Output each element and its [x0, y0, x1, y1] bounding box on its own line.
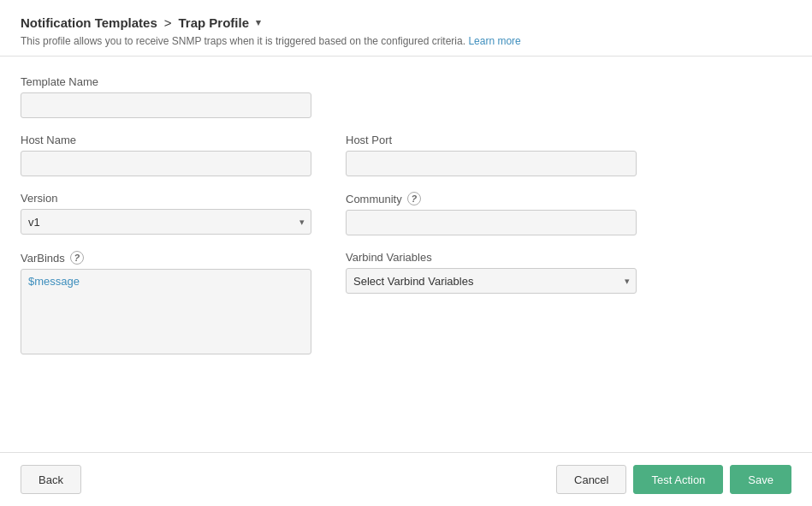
form-content: Template Name Host Name Host Port Versi — [0, 57, 812, 452]
breadcrumb-current: Trap Profile — [179, 15, 250, 30]
cancel-button[interactable]: Cancel — [556, 465, 626, 494]
varbinds-group: VarBinds ? $message — [21, 251, 311, 354]
varbind-variables-label: Varbind Variables — [346, 251, 637, 264]
varbind-variables-group: Varbind Variables Select Varbind Variabl… — [346, 251, 637, 354]
varbinds-help-icon[interactable]: ? — [70, 251, 84, 265]
varbind-variables-select[interactable]: Select Varbind Variables — [346, 268, 637, 294]
community-input[interactable] — [346, 210, 637, 235]
page-footer: Back Cancel Test Action Save — [0, 452, 812, 506]
host-name-label: Host Name — [21, 134, 311, 146]
varbinds-textarea[interactable]: $message — [21, 269, 311, 354]
page-subtitle: This profile allows you to receive SNMP … — [21, 35, 791, 47]
breadcrumb-dropdown-icon[interactable]: ▾ — [256, 17, 261, 28]
breadcrumb-parent[interactable]: Notification Templates — [21, 15, 157, 30]
community-label: Community — [346, 193, 402, 205]
save-button[interactable]: Save — [730, 465, 791, 494]
host-port-label: Host Port — [346, 134, 637, 146]
breadcrumb: Notification Templates > Trap Profile ▾ — [21, 15, 791, 30]
learn-more-link[interactable]: Learn more — [468, 35, 520, 47]
host-port-group: Host Port — [346, 134, 637, 176]
template-name-label: Template Name — [21, 75, 311, 88]
host-port-input[interactable] — [346, 151, 637, 176]
version-group: Version v1 v2 v3 ▾ — [21, 192, 311, 235]
breadcrumb-separator: > — [164, 15, 172, 30]
template-name-input[interactable] — [21, 92, 311, 118]
varbinds-label: VarBinds — [21, 252, 65, 265]
subtitle-text: This profile allows you to receive SNMP … — [21, 35, 465, 47]
host-name-group: Host Name — [21, 134, 311, 176]
version-label: Version — [21, 192, 311, 205]
page-header: Notification Templates > Trap Profile ▾ … — [0, 0, 812, 57]
template-name-group: Template Name — [21, 75, 311, 118]
host-name-input[interactable] — [21, 151, 311, 176]
community-help-icon[interactable]: ? — [407, 192, 421, 205]
back-button[interactable]: Back — [21, 465, 81, 494]
community-group: Community ? — [346, 192, 637, 235]
test-action-button[interactable]: Test Action — [633, 465, 723, 494]
version-select[interactable]: v1 v2 v3 — [21, 209, 311, 235]
